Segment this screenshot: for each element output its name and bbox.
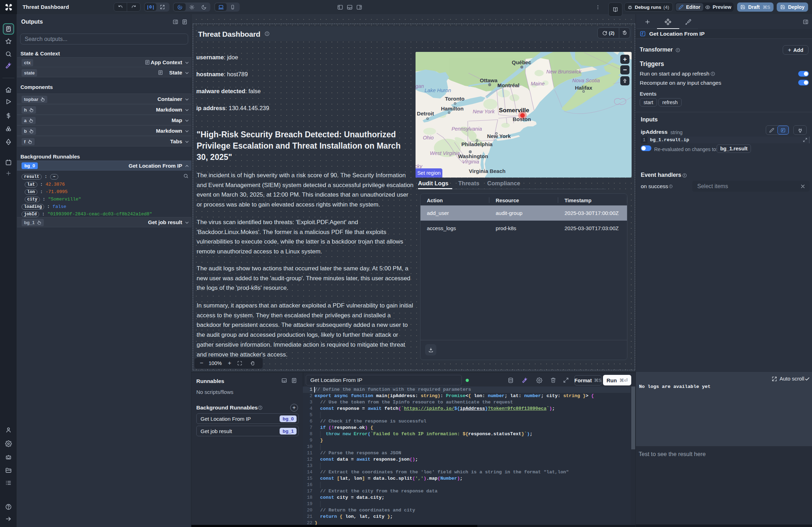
svg-text:Montréal: Montréal: [497, 82, 520, 88]
svg-text:Pennsylvania: Pennsylvania: [452, 126, 482, 132]
svg-text:Hamilton: Hamilton: [441, 106, 464, 112]
svg-text:igan: igan: [416, 83, 424, 89]
svg-text:New Brunswick: New Brunswick: [546, 69, 581, 74]
svg-text:Nova Scotia: Nova Scotia: [572, 78, 600, 83]
svg-text:Virginia Beach: Virginia Beach: [469, 168, 506, 174]
svg-text:Washington: Washington: [458, 153, 488, 159]
svg-text:Philadelphia: Philadelphia: [461, 141, 493, 147]
svg-text:Maine: Maine: [531, 81, 545, 86]
svg-text:Detroit: Detroit: [417, 110, 434, 116]
svg-text:Somerville: Somerville: [499, 107, 529, 114]
svg-text:Lake Huron: Lake Huron: [425, 88, 451, 93]
svg-text:Ohio: Ohio: [423, 135, 434, 140]
svg-text:Ottawa: Ottawa: [480, 77, 498, 83]
svg-text:New York: New York: [473, 109, 495, 114]
svg-text:Virginia: Virginia: [462, 159, 479, 164]
svg-text:Québec: Québec: [512, 59, 531, 65]
svg-text:Boston: Boston: [513, 116, 531, 122]
svg-text:Halifax: Halifax: [575, 85, 592, 91]
svg-text:West Virginia: West Virginia: [430, 150, 460, 156]
svg-text:Toronto: Toronto: [445, 96, 465, 102]
svg-text:New York: New York: [487, 133, 511, 139]
